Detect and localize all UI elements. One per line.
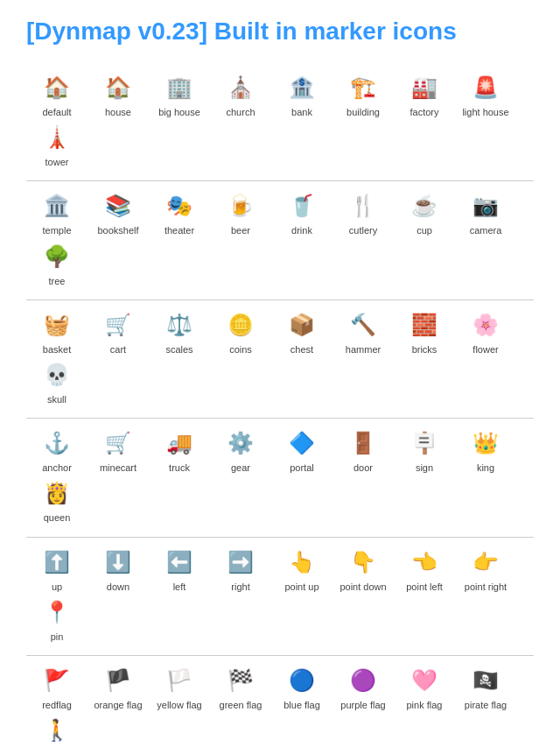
icon-item-cart: 🛒cart [88,309,149,356]
icon-label-basket: basket [43,344,71,356]
icon-item-building: 🏗️building [332,72,394,118]
icon-emoji-green-flag: 🏁 [225,665,256,696]
icon-emoji-redflag: 🚩 [41,665,73,696]
icon-emoji-house: 🏠 [102,72,134,103]
icon-label-house: house [105,107,131,118]
icon-label-cutlery: cutlery [349,225,377,236]
icon-label-temple: temple [42,225,71,236]
icon-item-coins: 🪙coins [210,309,271,356]
icon-label-cart: cart [110,344,126,356]
icon-label-pink-flag: pink flag [407,700,443,711]
icon-row-0: 🏠default🏠house🏢big house⛪church🏦bank🏗️bu… [26,63,534,181]
icon-label-portal: portal [290,462,314,474]
icon-item-point-down: 👇point down [332,546,394,593]
icon-item-blue-flag: 🔵blue flag [271,665,332,711]
icon-emoji-point-left: 👈 [409,546,440,578]
icon-label-minecart: minecart [100,462,136,474]
icon-label-sign: sign [416,462,433,474]
icon-emoji-blue-flag: 🔵 [286,665,318,696]
icon-label-tree: tree [49,276,66,287]
page-title: [Dynmap v0.23] Built in marker icons [26,18,534,46]
icon-item-orange-flag: 🏴orange flag [88,665,149,711]
icon-label-camera: camera [470,225,502,236]
icon-label-point-down: point down [340,581,386,593]
icon-label-hammer: hammer [346,344,381,356]
icon-emoji-hammer: 🔨 [347,309,379,341]
icon-item-gear: ⚙️gear [210,427,271,474]
icon-emoji-walk: 🚶 [41,715,73,746]
icon-item-anchor: ⚓anchor [26,427,88,474]
icon-row-1: 🏛️temple📚bookshelf🎭theater🍺beer🥤drink🍴cu… [26,181,534,300]
icon-emoji-skull: 💀 [41,359,73,391]
icon-item-point-up: 👆point up [271,546,332,593]
icon-item-big-house: 🏢big house [149,72,210,118]
icon-emoji-bricks: 🧱 [409,309,440,341]
title-version: v0.23 [138,18,200,45]
icon-emoji-cutlery: 🍴 [347,190,379,222]
icon-label-drink: drink [291,225,312,236]
icon-item-king: 👑king [455,427,516,474]
icon-label-door: door [354,462,373,474]
icon-emoji-pink-flag: 🩷 [409,665,440,696]
icon-label-king: king [477,462,494,474]
icon-item-point-right: 👉point right [455,546,516,593]
icon-emoji-light-house: 🚨 [470,72,501,103]
icon-emoji-right: ➡️ [225,546,256,578]
icon-item-theater: 🎭theater [149,190,210,236]
icon-emoji-left: ⬅️ [164,546,195,578]
icon-emoji-big-house: 🏢 [164,72,195,103]
icon-emoji-temple: 🏛️ [41,190,73,222]
icon-item-sign: 🪧sign [394,427,455,474]
icon-label-pin: pin [51,631,64,643]
icon-item-portal: 🔷portal [271,427,332,474]
icon-item-right: ➡️right [210,546,271,593]
icon-emoji-chest: 📦 [286,309,318,341]
icon-row-5: 🚩redflag🏴orange flag🏳️yellow flag🏁green … [26,656,534,747]
icon-label-right: right [231,581,249,593]
icon-item-basket: 🧺basket [26,309,88,356]
icon-label-coins: coins [229,344,252,356]
icon-item-bricks: 🧱bricks [394,309,455,356]
icon-item-up: ⬆️up [26,546,88,593]
icon-label-point-up: point up [284,581,318,593]
icon-emoji-purple-flag: 🟣 [347,665,379,696]
icon-label-theater: theater [164,225,194,236]
icon-emoji-church: ⛪ [225,72,256,103]
icon-label-orange-flag: orange flag [94,700,142,711]
icon-item-factory: 🏭factory [394,72,455,118]
icon-emoji-cart: 🛒 [102,309,134,341]
icon-emoji-orange-flag: 🏴 [102,665,134,696]
icon-emoji-point-right: 👉 [470,546,501,578]
icon-item-drink: 🥤drink [271,190,332,236]
icon-item-walk: 🚶walk [26,715,88,747]
icon-label-big-house: big house [158,107,200,118]
icon-emoji-default: 🏠 [41,72,73,103]
icon-item-skull: 💀skull [26,359,88,405]
icon-label-purple-flag: purple flag [340,700,385,711]
icon-item-pink-flag: 🩷pink flag [394,665,455,711]
icon-item-beer: 🍺beer [210,190,271,236]
icon-item-light-house: 🚨light house [455,72,516,118]
icon-label-building: building [346,107,380,118]
icon-emoji-building: 🏗️ [347,72,379,103]
icon-label-flower: flower [472,344,498,356]
icon-label-default: default [42,107,71,118]
icon-emoji-flower: 🌸 [470,309,501,341]
icon-emoji-factory: 🏭 [409,72,440,103]
icon-emoji-point-up: 👆 [286,546,318,578]
icon-label-light-house: light house [462,107,508,118]
icon-label-up: up [52,581,62,593]
icon-emoji-portal: 🔷 [286,427,318,459]
icon-item-cup: ☕cup [394,190,455,236]
icon-label-beer: beer [231,225,250,236]
icon-label-scales: scales [165,344,192,356]
icon-label-cup: cup [416,225,432,236]
icon-label-gear: gear [231,462,250,474]
icon-label-truck: truck [169,462,190,474]
icon-label-tower: tower [46,157,69,168]
icon-emoji-up: ⬆️ [41,546,73,578]
icon-emoji-beer: 🍺 [225,190,256,222]
icon-label-bricks: bricks [412,344,438,356]
icon-item-bookshelf: 📚bookshelf [88,190,149,236]
icon-item-pirate-flag: 🏴‍☠️pirate flag [455,665,516,711]
